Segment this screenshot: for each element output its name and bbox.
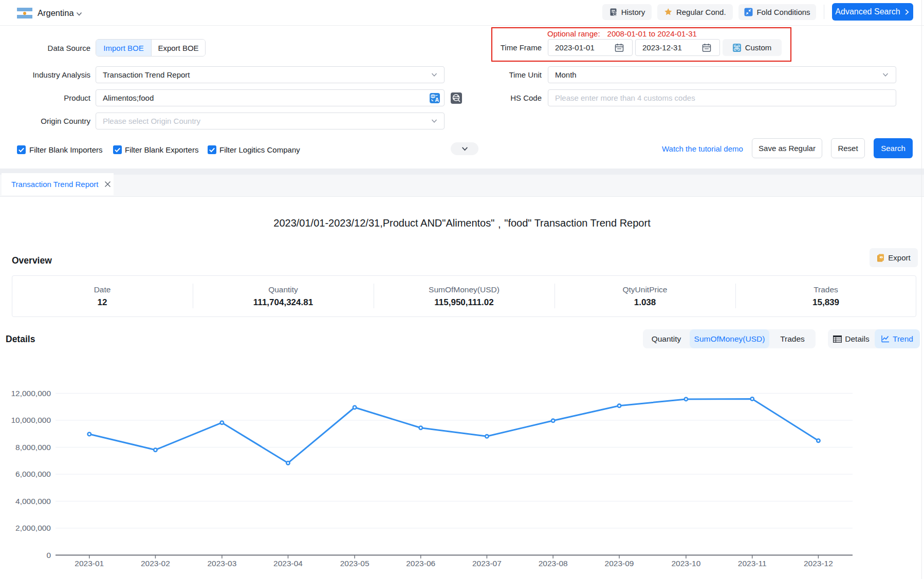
svg-text:2023-10: 2023-10 (671, 559, 700, 568)
svg-text:2023-11: 2023-11 (738, 559, 767, 568)
svg-text:2023-06: 2023-06 (406, 559, 435, 568)
svg-text:10,000,000: 10,000,000 (11, 416, 51, 424)
svg-text:2023-08: 2023-08 (539, 559, 568, 568)
svg-text:2023-04: 2023-04 (273, 559, 303, 568)
svg-text:0: 0 (46, 551, 51, 559)
svg-text:A: A (435, 97, 439, 103)
svg-text:4,000,000: 4,000,000 (15, 497, 51, 506)
svg-text:8,000,000: 8,000,000 (15, 443, 51, 452)
svg-text:2023-01: 2023-01 (75, 559, 104, 568)
svg-text:12,000,000: 12,000,000 (11, 389, 51, 398)
svg-text:6,000,000: 6,000,000 (15, 470, 51, 478)
svg-text:2023-07: 2023-07 (472, 559, 502, 568)
svg-text:2023-03: 2023-03 (207, 559, 236, 568)
svg-text:2023-05: 2023-05 (340, 559, 369, 568)
svg-text:2023-02: 2023-02 (141, 559, 170, 568)
svg-text:2023-12: 2023-12 (804, 559, 833, 568)
svg-text:2023-09: 2023-09 (605, 559, 634, 568)
svg-text:2,000,000: 2,000,000 (15, 524, 51, 532)
